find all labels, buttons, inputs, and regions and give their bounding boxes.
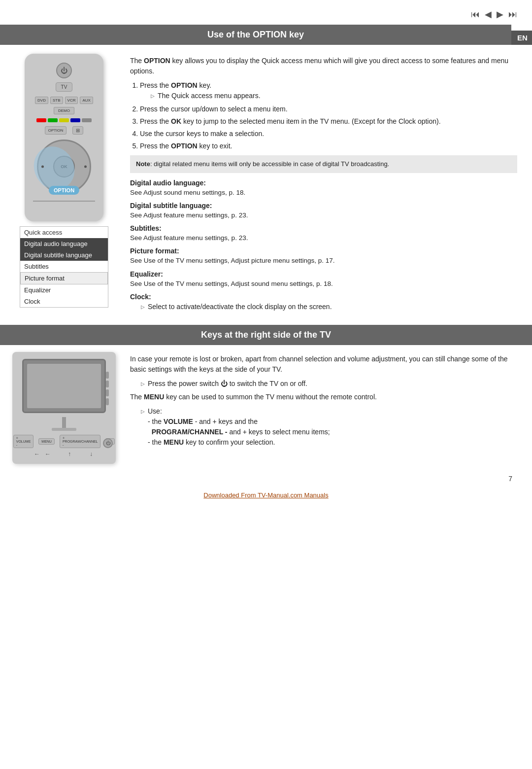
tv-arrows: ← ← ↑ ↓ bbox=[33, 451, 96, 457]
section2-use-item: Use: - the VOLUME - and + keys and the P… bbox=[141, 406, 517, 448]
section2-bullet1: Press the power switch ⏻ to switch the T… bbox=[141, 379, 517, 389]
remote-option-button[interactable]: OPTION bbox=[45, 126, 67, 135]
remote-aux-button[interactable]: AUX bbox=[80, 97, 93, 104]
section2-content: ⏻ + VOLUME - MENU + PROGRAM/CHANNEL - ⏻ … bbox=[0, 345, 532, 471]
left-panel: TV DVD STB VCR AUX DEMO OPTION ⊞ bbox=[10, 54, 118, 316]
tv-side-button-1[interactable] bbox=[106, 372, 109, 379]
clock-bullet-list: Select to activate/deactivate the clock … bbox=[141, 302, 517, 312]
tv-arrow-left2: ← bbox=[43, 451, 52, 457]
subsection-equalizer: Equalizer: See Use of the TV menu settin… bbox=[130, 270, 517, 289]
step-5: Press the OPTION key to exit. bbox=[140, 141, 517, 151]
tv-side-button-4[interactable] bbox=[106, 398, 109, 405]
subsection-clock: Clock: Select to activate/deactivate the… bbox=[130, 293, 517, 312]
remote-divider bbox=[33, 201, 95, 202]
nav-next-icon[interactable]: ▶ bbox=[497, 9, 503, 20]
tv-volume-button[interactable]: + VOLUME - bbox=[13, 435, 34, 448]
section2-right-panel: In case your remote is lost or broken, a… bbox=[130, 352, 517, 464]
remote-color-bar bbox=[36, 118, 92, 122]
subsection-digital-subtitle: Digital subtitle language: See Adjust fe… bbox=[130, 202, 517, 220]
remote-red-button[interactable] bbox=[36, 118, 46, 122]
tv-arrow-left: ← bbox=[33, 451, 41, 457]
remote-power-button[interactable] bbox=[56, 63, 72, 78]
subsection-digital-subtitle-title: Digital subtitle language: bbox=[130, 202, 517, 210]
qa-item-digital-audio[interactable]: Digital audio language bbox=[20, 238, 108, 249]
tv-screen bbox=[27, 364, 101, 408]
section2-use-list: Use: - the VOLUME - and + keys and the P… bbox=[141, 406, 517, 448]
tv-program-button[interactable]: + PROGRAM/CHANNEL - bbox=[60, 435, 100, 448]
remote-demo-button[interactable]: DEMO bbox=[54, 107, 74, 114]
step-4: Use the cursor keys to make a selection. bbox=[140, 129, 517, 139]
tv-base bbox=[52, 428, 76, 431]
clock-bullet-item: Select to activate/deactivate the clock … bbox=[141, 302, 517, 312]
section1-content: TV DVD STB VCR AUX DEMO OPTION ⊞ bbox=[0, 45, 532, 325]
subsection-subtitles-title: Subtitles: bbox=[130, 224, 517, 232]
remote-dpad: OK OPTION bbox=[37, 140, 91, 194]
remote-grid-button[interactable]: ⊞ bbox=[72, 126, 83, 135]
qa-item-picture-format[interactable]: Picture format bbox=[20, 272, 108, 284]
tv-side-button-3[interactable] bbox=[106, 389, 109, 396]
qa-item-equalizer[interactable]: Equalizer bbox=[20, 284, 108, 296]
step-1: Press the OPTION key. The Quick access m… bbox=[140, 80, 517, 101]
dpad-dot-left bbox=[41, 166, 44, 168]
section2-header: Keys at the right side of the TV bbox=[0, 325, 532, 345]
remote-stb-button[interactable]: STB bbox=[50, 97, 63, 104]
subsection-subtitles: Subtitles: See Adjust feature menu setti… bbox=[130, 224, 517, 243]
remote-extra-button[interactable] bbox=[82, 118, 92, 122]
step-2: Press the cursor up/down to select a men… bbox=[140, 104, 517, 114]
nav-prev-icon[interactable]: ◀ bbox=[485, 9, 492, 20]
tv-arrow-up: ↑ bbox=[65, 451, 74, 457]
tv-power-button[interactable]: ⏻ bbox=[103, 438, 113, 448]
page-number: 7 bbox=[0, 471, 532, 487]
subsection-picture-format-body: See Use of the TV menu settings, Adjust … bbox=[130, 256, 517, 266]
remote-green-button[interactable] bbox=[48, 118, 58, 122]
nav-first-icon[interactable]: ⏮ bbox=[471, 9, 480, 20]
steps-list: Press the OPTION key. The Quick access m… bbox=[140, 80, 517, 151]
tv-side-button-2[interactable] bbox=[106, 381, 109, 387]
remote-source-row: DVD STB VCR AUX bbox=[35, 97, 93, 104]
subsection-picture-format-title: Picture format: bbox=[130, 247, 517, 255]
remote-dvd-button[interactable]: DVD bbox=[35, 97, 48, 104]
footer-link-container: Downloaded From TV-Manual.com Manuals bbox=[0, 487, 532, 506]
tv-left-panel: ⏻ + VOLUME - MENU + PROGRAM/CHANNEL - ⏻ … bbox=[10, 352, 118, 464]
subsection-subtitles-body: See Adjust feature menu settings, p. 23. bbox=[130, 233, 517, 243]
qa-item-digital-subtitle[interactable]: Digital subtitle language bbox=[20, 249, 108, 261]
subsection-digital-audio: Digital audio language: See Adjust sound… bbox=[130, 179, 517, 198]
option-label: OPTION bbox=[49, 186, 79, 195]
remote-control: TV DVD STB VCR AUX DEMO OPTION ⊞ bbox=[25, 54, 103, 221]
tv-stand bbox=[62, 417, 66, 428]
tv-illustration: ⏻ + VOLUME - MENU + PROGRAM/CHANNEL - ⏻ … bbox=[12, 352, 116, 464]
note-box: Note: digital related menu items will on… bbox=[130, 155, 517, 173]
remote-tv-button[interactable]: TV bbox=[56, 82, 73, 92]
qa-item-clock[interactable]: Clock bbox=[20, 296, 108, 307]
step-1-sub-item: The Quick access menu appears. bbox=[151, 91, 517, 101]
section2-bullet1-item: Press the power switch ⏻ to switch the T… bbox=[141, 379, 517, 389]
subsection-digital-audio-title: Digital audio language: bbox=[130, 179, 517, 187]
subsection-equalizer-title: Equalizer: bbox=[130, 270, 517, 278]
tv-menu-button[interactable]: MENU bbox=[38, 438, 55, 445]
step-3: Press the OK key to jump to the selected… bbox=[140, 116, 517, 127]
nav-icons: ⏮ ◀ ▶ ⏭ bbox=[471, 9, 517, 20]
remote-vcr-button[interactable]: VCR bbox=[65, 97, 78, 104]
tv-arrow-spacer2 bbox=[76, 451, 85, 457]
remote-blue-button[interactable] bbox=[70, 118, 80, 122]
dpad-dot-right bbox=[84, 166, 87, 168]
subsection-picture-format: Picture format: See Use of the TV menu s… bbox=[130, 247, 517, 266]
nav-last-icon[interactable]: ⏭ bbox=[508, 9, 517, 20]
section1-header: Use of the OPTION key bbox=[0, 25, 511, 45]
subsection-digital-audio-body: See Adjust sound menu settings, p. 18. bbox=[130, 188, 517, 198]
quick-access-header: Quick access bbox=[20, 227, 108, 238]
tv-screen-border bbox=[22, 359, 106, 413]
step-1-sub: The Quick access menu appears. bbox=[151, 91, 517, 101]
qa-item-subtitles[interactable]: Subtitles bbox=[20, 261, 108, 272]
en-badge: EN bbox=[511, 31, 532, 45]
intro-text: The OPTION key allows you to display the… bbox=[130, 56, 517, 76]
tv-arrow-spacer bbox=[54, 451, 63, 457]
footer-link[interactable]: Downloaded From TV-Manual.com Manuals bbox=[203, 491, 328, 499]
remote-yellow-button[interactable] bbox=[59, 118, 69, 122]
quick-access-menu: Quick access Digital audio language Digi… bbox=[20, 226, 108, 308]
subsection-clock-title: Clock: bbox=[130, 293, 517, 301]
remote-option-row: OPTION ⊞ bbox=[45, 126, 84, 135]
section2-para1: In case your remote is lost or broken, a… bbox=[130, 354, 517, 375]
tv-controls-row: + VOLUME - MENU + PROGRAM/CHANNEL - ⏻ bbox=[19, 435, 109, 448]
subsection-equalizer-body: See Use of the TV menu settings, Adjust … bbox=[130, 279, 517, 289]
